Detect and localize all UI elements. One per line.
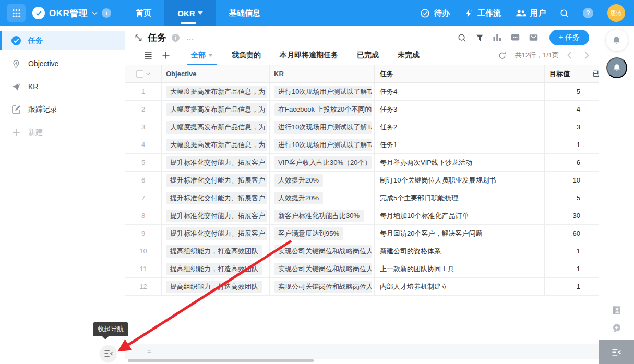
view-tab[interactable]: 全部 (191, 46, 213, 65)
workflow-link[interactable]: 工作流 (464, 8, 501, 18)
objective-cell[interactable]: 大幅度提高发布新产品信息，为 (162, 83, 270, 100)
table-row[interactable]: 7 提升标准化交付能力、拓展客户 人效提升20% 完成5个主要部门职能梳理 5 (125, 189, 599, 207)
info-icon[interactable]: i (172, 34, 180, 42)
task-cell[interactable]: 完成5个主要部门职能梳理 (375, 189, 545, 207)
table-row[interactable]: 1 大幅度提高发布新产品信息，为 进行10次现场用户测试以了解TA 任务4 5 (125, 83, 599, 101)
todo-link[interactable]: 待办 (420, 8, 450, 18)
kr-cell[interactable]: 进行10次现场用户测试以了解TA (270, 136, 375, 153)
target-value-cell[interactable]: 1 (545, 278, 588, 295)
column-header-task[interactable]: 任务 (375, 65, 545, 82)
sidebar-item-kr[interactable]: KR (0, 77, 125, 96)
done-value-cell[interactable] (588, 225, 599, 242)
kr-cell[interactable]: VIP客户收入占比30%（20个） (270, 154, 375, 171)
more-options-icon[interactable]: … (186, 33, 195, 42)
collapse-rail-button[interactable] (599, 340, 634, 364)
task-cell[interactable]: 每月增加10个标准化产品订单 (375, 207, 545, 224)
kr-cell[interactable]: 客户满意度达到95% (270, 225, 375, 242)
sidebar-item-tracking[interactable]: 跟踪记录 (0, 100, 125, 119)
table-row[interactable]: 10 提高组织能力，打造高效团队 实现公司关键岗位和战略岗位人 新建公司的资格体… (125, 242, 599, 260)
view-tab[interactable]: 本月即将逾期任务 (280, 46, 338, 65)
objective-cell[interactable]: 提升标准化交付能力、拓展客户 (162, 225, 270, 242)
target-value-cell[interactable]: 3 (545, 118, 588, 136)
column-header-target[interactable]: 目标值 (545, 65, 588, 82)
add-view-icon[interactable] (162, 51, 170, 59)
table-row[interactable]: 5 提升标准化交付能力、拓展客户 VIP客户收入占比30%（20个） 每月举办两… (125, 154, 599, 172)
kr-cell[interactable]: 实现公司关键岗位和战略岗位人 (270, 260, 375, 277)
kr-cell[interactable]: 实现公司关键岗位和战略岗位人 (270, 278, 375, 295)
table-row[interactable]: 12 提高组织能力，打造高效团队 实现公司关键岗位和战略岗位人 内部人才培养机制… (125, 278, 599, 296)
chart-icon[interactable] (493, 34, 501, 41)
target-value-cell[interactable]: 1 (545, 136, 588, 153)
task-cell[interactable]: 上一款新的团队协同工具 (375, 260, 545, 277)
objective-cell[interactable]: 大幅度提高发布新产品信息，为 (162, 136, 270, 153)
search-icon[interactable] (560, 9, 569, 18)
horizontal-scrollbar[interactable] (128, 359, 314, 362)
task-cell[interactable]: 每月回访20个客户，解决客户问题 (375, 225, 545, 242)
task-cell[interactable]: 内部人才培养机制建立 (375, 278, 545, 295)
expand-diagonal-icon[interactable] (135, 34, 142, 42)
done-value-cell[interactable] (588, 118, 599, 136)
sidebar-item-new[interactable]: 新建 (0, 123, 125, 142)
target-value-cell[interactable]: 1 (545, 242, 588, 260)
objective-cell[interactable]: 提升标准化交付能力、拓展客户 (162, 189, 270, 207)
table-row[interactable]: 4 大幅度提高发布新产品信息，为 进行10次现场用户测试以了解TA 任务1 1 (125, 136, 599, 154)
done-value-cell[interactable] (588, 101, 599, 118)
inbox-icon[interactable] (529, 34, 538, 41)
task-cell[interactable]: 制订10个关键岗位人员职业发展规划书 (375, 172, 545, 189)
task-cell[interactable]: 新建公司的资格体系 (375, 242, 545, 260)
view-tab[interactable]: 已完成 (357, 46, 379, 65)
task-cell[interactable]: 每月举办两次VIP线下沙龙活动 (375, 154, 545, 171)
task-cell[interactable]: 任务4 (375, 83, 545, 100)
collapse-nav-button[interactable] (100, 345, 116, 361)
table-row[interactable]: 6 提升标准化交付能力、拓展客户 人效提升20% 制订10个关键岗位人员职业发展… (125, 172, 599, 189)
target-value-cell[interactable]: 4 (545, 101, 588, 118)
select-all-checkbox[interactable] (136, 70, 143, 78)
task-cell[interactable]: 任务3 (375, 101, 545, 118)
avatar[interactable]: 恩涛 (607, 4, 625, 22)
target-value-cell[interactable]: 5 (545, 83, 588, 100)
notification-bell-button[interactable] (605, 29, 628, 52)
kr-cell[interactable]: 新客户标准化功能占比30% (270, 207, 375, 224)
chevron-down-icon[interactable] (146, 72, 150, 75)
objective-cell[interactable]: 大幅度提高发布新产品信息，为 (162, 118, 270, 136)
add-task-button[interactable]: + 任务 (549, 30, 589, 45)
notification-bell-filled-button[interactable] (606, 57, 627, 78)
nav-item-home[interactable]: 首页 (123, 0, 164, 26)
done-value-cell[interactable] (588, 172, 599, 189)
nav-item-basic-info[interactable]: 基础信息 (216, 0, 273, 26)
target-value-cell[interactable]: 6 (545, 154, 588, 171)
nav-item-okr[interactable]: OKR (164, 0, 216, 26)
table-row[interactable]: 11 提高组织能力，打造高效团队 实现公司关键岗位和战略岗位人 上一款新的团队协… (125, 260, 599, 278)
kr-cell[interactable]: 人效提升20% (270, 189, 375, 207)
help-icon[interactable]: ? (583, 8, 593, 18)
done-value-cell[interactable] (588, 260, 599, 277)
info-icon[interactable]: i (102, 8, 111, 18)
table-row[interactable]: 2 大幅度提高发布新产品信息，为 在Facebook 上投放20个不同的广 任务… (125, 101, 599, 118)
done-value-cell[interactable] (588, 242, 599, 260)
app-brand[interactable]: OKR管理 i (32, 7, 111, 19)
done-value-cell[interactable] (588, 189, 599, 207)
search-icon[interactable] (458, 33, 466, 42)
objective-cell[interactable]: 提升标准化交付能力、拓展客户 (162, 172, 270, 189)
done-value-cell[interactable] (588, 154, 599, 171)
objective-cell[interactable]: 提升标准化交付能力、拓展客户 (162, 154, 270, 171)
kr-cell[interactable]: 进行10次现场用户测试以了解TA (270, 83, 375, 100)
column-header-objective[interactable]: Objective (162, 65, 270, 82)
refresh-icon[interactable] (498, 52, 506, 59)
sidebar-item-objective[interactable]: Objective (0, 54, 125, 73)
objective-cell[interactable]: 提高组织能力，打造高效团队 (162, 278, 270, 295)
prev-page-icon[interactable] (567, 52, 572, 59)
target-value-cell[interactable]: 5 (545, 189, 588, 207)
summary-equals-icon[interactable]: = (147, 347, 151, 355)
view-list-icon[interactable] (144, 52, 152, 59)
done-value-cell[interactable] (588, 136, 599, 153)
objective-cell[interactable]: 大幅度提高发布新产品信息，为 (162, 101, 270, 118)
sidebar-item-tasks[interactable]: 任务 (0, 31, 125, 50)
kr-cell[interactable]: 实现公司关键岗位和战略岗位人 (270, 242, 375, 260)
filter-icon[interactable] (476, 34, 484, 42)
kr-cell[interactable]: 进行10次现场用户测试以了解TA (270, 118, 375, 136)
table-row[interactable]: 3 大幅度提高发布新产品信息，为 进行10次现场用户测试以了解TA 任务2 3 (125, 118, 599, 136)
done-value-cell[interactable] (588, 83, 599, 100)
feedback-plus-icon[interactable] (612, 323, 621, 333)
kr-cell[interactable]: 在Facebook 上投放20个不同的广 (270, 101, 375, 118)
